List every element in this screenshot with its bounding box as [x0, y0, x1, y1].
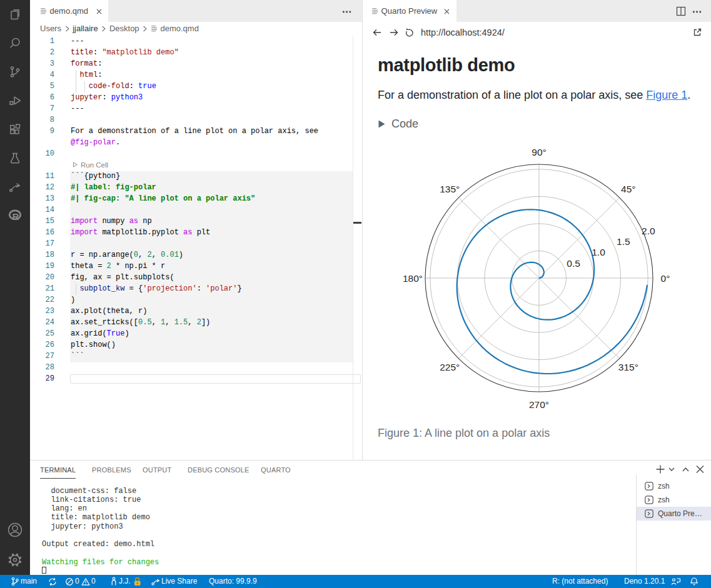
svg-text:0.5: 0.5	[567, 258, 580, 269]
svg-text:270°: 270°	[529, 399, 549, 410]
svg-text:1.5: 1.5	[617, 236, 630, 247]
svg-text:225°: 225°	[440, 362, 460, 372]
svg-text:0°: 0°	[661, 273, 670, 284]
svg-text:2.0: 2.0	[642, 226, 655, 236]
svg-text:315°: 315°	[618, 362, 638, 372]
svg-text:R: R	[12, 211, 19, 222]
svg-text:1.0: 1.0	[592, 247, 605, 257]
svg-text:180°: 180°	[403, 273, 423, 284]
svg-text:45°: 45°	[621, 184, 635, 194]
svg-text:90°: 90°	[532, 147, 546, 157]
svg-text:135°: 135°	[440, 184, 460, 194]
